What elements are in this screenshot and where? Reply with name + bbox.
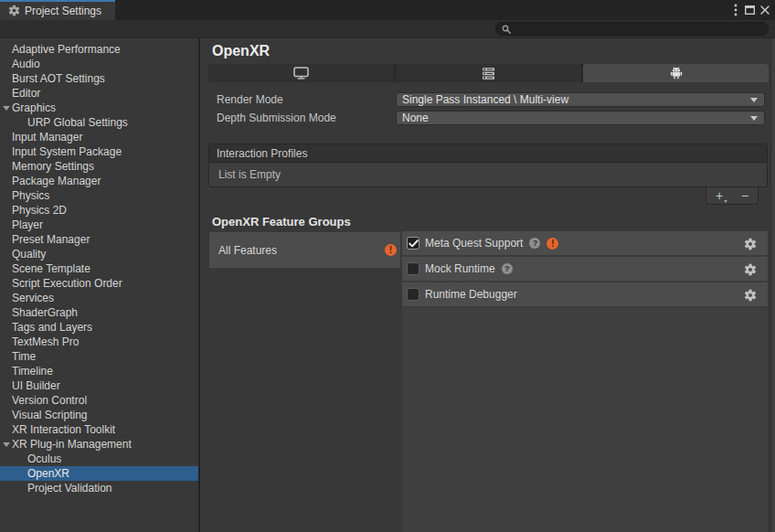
sidebar-item-editor[interactable]: Editor [0,86,198,101]
search-input[interactable] [515,24,752,35]
sidebar-item-shadergraph[interactable]: ShaderGraph [0,305,198,320]
sidebar-item-label: TextMesh Pro [12,335,79,348]
sidebar-item-textmesh-pro[interactable]: TextMesh Pro [0,335,198,349]
sidebar-item-time[interactable]: Time [0,349,198,364]
sidebar-item-timeline[interactable]: Timeline [0,364,198,378]
interaction-profiles-header: Interaction Profiles [209,144,767,163]
feature-checkbox[interactable] [407,262,419,275]
sidebar-item-ui-builder[interactable]: UI Builder [0,378,198,393]
sidebar-item-label: Package Manager [12,175,101,187]
foldout-arrow-icon[interactable] [3,442,10,447]
close-icon[interactable] [758,0,772,20]
platform-tab-android[interactable] [583,64,769,82]
setting-dropdown[interactable]: Single Pass Instanced \ Multi-view [396,92,765,107]
sidebar-item-oculus[interactable]: Oculus [0,452,198,466]
sidebar-item-physics-2d[interactable]: Physics 2D [0,203,198,218]
sidebar-item-label: Player [12,218,43,231]
sidebar-item-label: ShaderGraph [12,306,78,319]
feature-group-all-features[interactable]: All Features ! [209,232,400,268]
vertical-scrollbar[interactable] [770,38,775,532]
sidebar-item-label: OpenXR [27,467,69,480]
feature-row-runtime-debugger[interactable]: Runtime Debugger [402,282,768,308]
search-box[interactable] [495,22,769,36]
settings-sidebar: Adaptive Performance Audio Burst AOT Set… [0,38,198,532]
sidebar-item-script-execution-order[interactable]: Script Execution Order [0,276,198,291]
sidebar-item-label: UI Builder [12,379,60,392]
sidebar-item-label: Physics 2D [12,204,67,217]
sidebar-item-openxr[interactable]: OpenXR [0,466,198,481]
sidebar-item-adaptive-performance[interactable]: Adaptive Performance [0,42,198,57]
sidebar-item-label: XR Plug-in Management [12,438,132,451]
project-settings-tab[interactable]: Project Settings [0,0,115,20]
feature-groups-title: OpenXR Feature Groups [212,215,351,229]
platform-tab-windows[interactable] [396,64,581,82]
setting-label: Depth Submission Mode [217,111,336,125]
platform-tab-standalone[interactable] [208,64,394,82]
warning-icon[interactable]: ! [385,244,397,256]
sidebar-item-label: Quality [12,248,46,261]
interaction-profiles-list: List is Empty [209,163,767,186]
content-area: Adaptive Performance Audio Burst AOT Set… [0,38,775,532]
interaction-profiles-box: Interaction Profiles List is Empty [208,144,768,187]
interaction-profiles-title: Interaction Profiles [217,147,307,160]
sidebar-item-package-manager[interactable]: Package Manager [0,174,198,188]
gear-icon[interactable] [744,289,757,302]
sidebar-item-preset-manager[interactable]: Preset Manager [0,232,198,247]
sidebar-item-player[interactable]: Player [0,218,198,232]
help-icon[interactable]: ? [529,238,540,249]
feature-group-label: All Features [218,244,277,257]
help-icon[interactable]: ? [502,263,513,274]
sidebar-item-label: Adaptive Performance [12,43,121,56]
foldout-arrow-icon[interactable] [3,106,10,111]
feature-row-meta-quest-support[interactable]: Meta Quest Support ?! [402,231,768,257]
sidebar-item-xr-plug-in-management[interactable]: XR Plug-in Management [0,437,198,452]
sidebar-item-label: Graphics [12,101,56,114]
sidebar-item-quality[interactable]: Quality [0,247,198,261]
feature-list: Meta Quest Support ?! Mock Runtime ? Run… [402,231,768,532]
add-dropdown-caret-icon [724,200,727,203]
feature-label: Mock Runtime [425,262,495,275]
feature-checkbox[interactable] [407,288,419,301]
sidebar-item-services[interactable]: Services [0,291,198,305]
dropdown-value: None [402,112,429,124]
warning-icon[interactable]: ! [547,238,558,250]
sidebar-item-label: Version Control [12,394,87,407]
sidebar-item-project-validation[interactable]: Project Validation [0,481,198,495]
feature-checkbox[interactable] [407,237,419,250]
dropdown-arrow-icon [750,98,758,102]
maximize-icon[interactable] [741,0,758,20]
gear-icon[interactable] [744,238,757,250]
sidebar-item-visual-scripting[interactable]: Visual Scripting [0,408,198,422]
sidebar-item-label: URP Global Settings [27,116,128,129]
search-icon [502,25,511,34]
sidebar-item-burst-aot-settings[interactable]: Burst AOT Settings [0,71,198,86]
sidebar-item-label: Scene Template [12,262,90,275]
kebab-menu-icon[interactable] [730,0,741,20]
window-actions [730,0,772,20]
sidebar-item-audio[interactable]: Audio [0,57,198,71]
add-profile-button[interactable]: + [716,188,723,204]
sidebar-item-scene-template[interactable]: Scene Template [0,261,198,276]
page-title: OpenXR [212,43,270,59]
sidebar-item-memory-settings[interactable]: Memory Settings [0,159,198,174]
sidebar-item-input-system-package[interactable]: Input System Package [0,144,198,159]
sidebar-item-physics[interactable]: Physics [0,188,198,203]
list-footer: + − [706,187,759,205]
remove-profile-button[interactable]: − [741,188,748,204]
sidebar-item-label: Input Manager [12,131,82,144]
gear-icon[interactable] [744,263,757,276]
sidebar-item-xr-interaction-toolkit[interactable]: XR Interaction Toolkit [0,422,198,437]
standalone-monitor-icon [293,67,309,80]
sidebar-item-label: Editor [12,87,40,100]
sidebar-item-label: Time [12,350,36,363]
sidebar-item-urp-global-settings[interactable]: URP Global Settings [0,115,198,130]
sidebar-item-version-control[interactable]: Version Control [0,393,198,408]
sidebar-item-input-manager[interactable]: Input Manager [0,130,198,144]
project-settings-window: Project Settings Adaptive Performance Au… [0,0,775,532]
sidebar-item-tags-and-layers[interactable]: Tags and Layers [0,320,198,335]
sidebar-item-graphics[interactable]: Graphics [0,101,198,115]
feature-row-mock-runtime[interactable]: Mock Runtime ? [402,257,768,282]
setting-dropdown[interactable]: None [396,111,765,125]
sidebar-item-label: Physics [12,189,49,202]
dropdown-arrow-icon [750,116,758,121]
